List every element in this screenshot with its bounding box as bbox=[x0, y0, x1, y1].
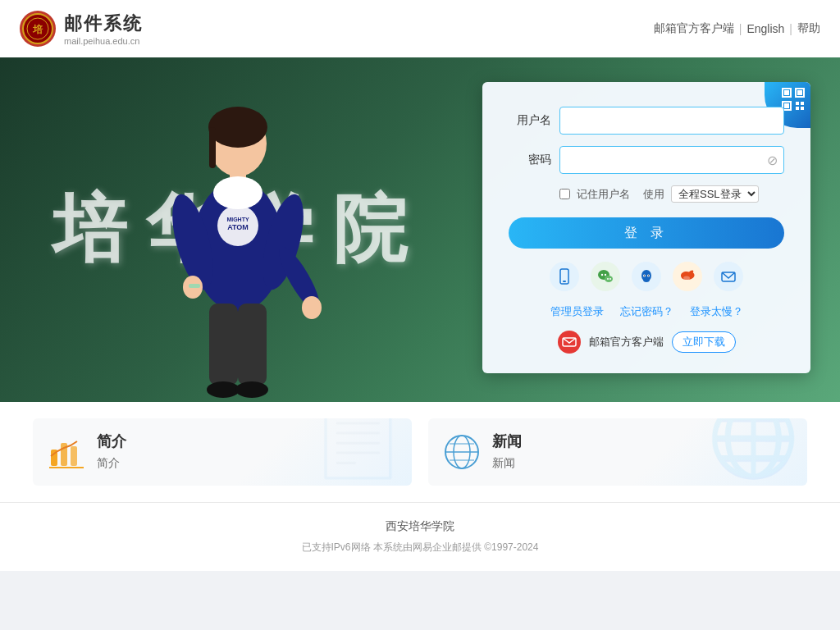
header: 培 邮件系统 mail.peihua.edu.cn 邮箱官方客户端 | Engl… bbox=[0, 0, 840, 57]
footer-copyright: 已支持IPv6网络 本系统由网易企业邮提供 ©1997-2024 bbox=[16, 541, 824, 555]
username-input-wrap bbox=[559, 107, 784, 135]
nav-sep2: | bbox=[789, 22, 792, 35]
svg-point-41 bbox=[643, 277, 650, 282]
svg-rect-27 bbox=[784, 103, 789, 108]
svg-rect-51 bbox=[71, 446, 77, 466]
globe-icon bbox=[441, 431, 482, 472]
username-label: 用户名 bbox=[509, 113, 551, 128]
svg-point-39 bbox=[609, 278, 611, 280]
svg-rect-30 bbox=[796, 107, 799, 110]
nav-sep1: | bbox=[739, 22, 742, 35]
remember-checkbox[interactable] bbox=[559, 189, 570, 199]
news-bg-icon: 🌐 bbox=[707, 418, 799, 482]
login-card: 用户名 密码 ⊘ 记住用户名 使用 全程SSL登录 bbox=[482, 82, 810, 373]
password-input-wrap: ⊘ bbox=[559, 146, 784, 174]
svg-rect-33 bbox=[563, 281, 566, 282]
links-row: 管理员登录 忘记密码？ 登录太慢？ bbox=[509, 304, 784, 319]
svg-point-45 bbox=[648, 275, 649, 276]
svg-point-17 bbox=[235, 381, 268, 398]
username-row: 用户名 bbox=[509, 107, 784, 135]
ssl-select[interactable]: 全程SSL登录 bbox=[671, 185, 759, 203]
person-svg: MIGHTY ATOM bbox=[148, 98, 328, 402]
footer: 西安培华学院 已支持IPv6网络 本系统由网易企业邮提供 ©1997-2024 bbox=[0, 502, 840, 571]
chalk-char-4: 院 bbox=[333, 180, 410, 280]
intro-item: 简介 简介 📄 bbox=[33, 418, 412, 486]
username-input[interactable] bbox=[559, 107, 784, 135]
logo-subtitle: mail.peihua.edu.cn bbox=[64, 36, 143, 46]
svg-point-38 bbox=[607, 278, 609, 280]
svg-point-4 bbox=[208, 107, 267, 148]
password-row: 密码 ⊘ bbox=[509, 146, 784, 174]
top-nav: 邮箱官方客户端 | English | 帮助 bbox=[654, 21, 820, 36]
phone-login-icon[interactable] bbox=[550, 262, 579, 291]
qr-icon bbox=[781, 87, 806, 112]
nav-client-link[interactable]: 邮箱官方客户端 bbox=[654, 21, 734, 36]
logo-title: 邮件系统 bbox=[64, 11, 143, 36]
person-image: MIGHTY ATOM bbox=[148, 74, 328, 402]
forgot-password-link[interactable]: 忘记密码？ bbox=[620, 304, 673, 319]
svg-text:MIGHTY: MIGHTY bbox=[226, 217, 249, 222]
svg-text:ATOM: ATOM bbox=[227, 223, 249, 231]
svg-point-36 bbox=[601, 274, 603, 276]
eye-icon[interactable]: ⊘ bbox=[767, 153, 778, 168]
download-button[interactable]: 立即下载 bbox=[672, 331, 736, 353]
logo-icon: 培 bbox=[20, 11, 56, 47]
svg-rect-28 bbox=[796, 102, 799, 105]
chart-icon bbox=[46, 431, 87, 472]
wechat-login-icon[interactable] bbox=[591, 262, 620, 291]
logo-text: 邮件系统 mail.peihua.edu.cn bbox=[64, 11, 143, 46]
password-label: 密码 bbox=[509, 153, 551, 167]
svg-point-16 bbox=[207, 381, 240, 398]
use-label: 使用 bbox=[643, 187, 664, 202]
remember-label: 记住用户名 bbox=[577, 187, 630, 202]
client-text: 邮箱官方客户端 bbox=[589, 335, 664, 349]
chalk-char-1: 培 bbox=[52, 180, 130, 280]
content-grid: 简介 简介 📄 新闻 bbox=[33, 418, 807, 486]
svg-rect-31 bbox=[801, 107, 804, 110]
options-row: 记住用户名 使用 全程SSL登录 bbox=[509, 185, 784, 203]
email-login-icon[interactable] bbox=[714, 262, 743, 291]
svg-text:培: 培 bbox=[32, 24, 43, 35]
svg-rect-21 bbox=[189, 284, 200, 288]
svg-rect-14 bbox=[209, 304, 238, 386]
qq-login-icon[interactable] bbox=[632, 262, 661, 291]
nav-help-link[interactable]: 帮助 bbox=[797, 21, 820, 36]
svg-rect-23 bbox=[784, 90, 789, 95]
login-slow-link[interactable]: 登录太慢？ bbox=[690, 304, 743, 319]
password-input[interactable] bbox=[559, 146, 784, 174]
hero-background: 培 华 学 院 bbox=[0, 57, 840, 402]
svg-point-13 bbox=[302, 296, 322, 319]
svg-rect-5 bbox=[209, 127, 216, 168]
admin-login-link[interactable]: 管理员登录 bbox=[550, 304, 604, 319]
svg-rect-25 bbox=[797, 90, 802, 95]
content-section: 简介 简介 📄 新闻 bbox=[0, 402, 840, 502]
svg-point-8 bbox=[213, 176, 262, 209]
footer-university: 西安培华学院 bbox=[16, 519, 824, 534]
social-icons-row bbox=[509, 262, 784, 291]
nav-english-link[interactable]: English bbox=[746, 22, 784, 35]
svg-point-44 bbox=[644, 275, 645, 276]
hero-banner: 培 华 学 院 bbox=[0, 57, 840, 402]
client-icon bbox=[558, 331, 581, 354]
logo-area: 培 邮件系统 mail.peihua.edu.cn bbox=[20, 11, 143, 47]
svg-rect-15 bbox=[238, 304, 267, 386]
intro-bg-icon: 📄 bbox=[312, 418, 404, 482]
login-button[interactable]: 登 录 bbox=[509, 217, 784, 249]
svg-rect-29 bbox=[801, 102, 804, 105]
svg-point-46 bbox=[683, 276, 690, 281]
news-item: 新闻 新闻 🌐 bbox=[428, 418, 807, 486]
weibo-login-icon[interactable] bbox=[673, 262, 702, 291]
client-row: 邮箱官方客户端 立即下载 bbox=[509, 331, 784, 354]
svg-point-37 bbox=[605, 274, 606, 276]
